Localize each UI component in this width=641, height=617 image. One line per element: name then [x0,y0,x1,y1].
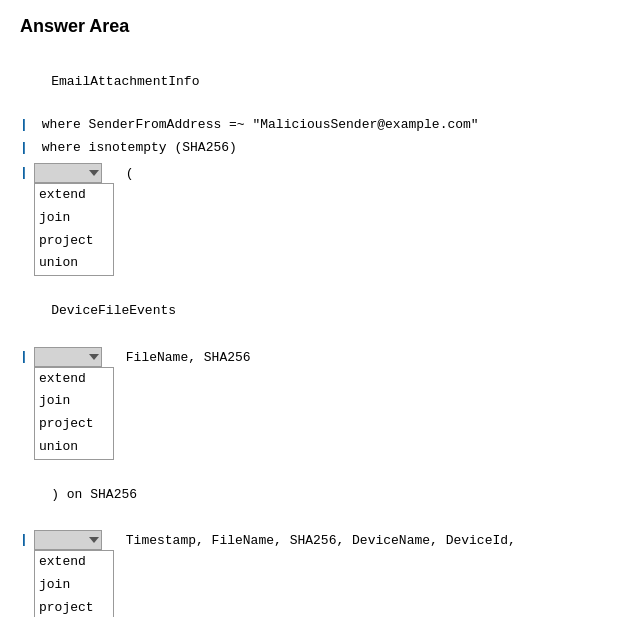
dropdown-2-arrow-icon [89,354,99,360]
dropdown-1-arrow-icon [89,170,99,176]
dropdown-1-option-project[interactable]: project [35,230,113,253]
code-block: EmailAttachmentInfo | where SenderFromAd… [20,51,621,617]
dropdown-2-option-extend[interactable]: extend [35,368,113,391]
pipe-2: | [20,138,28,159]
dropdown-2-option-project[interactable]: project [35,413,113,436]
dropdown-1-option-union[interactable]: union [35,252,113,275]
dropdown-3-option-join[interactable]: join [35,574,113,597]
dropdown-2-option-join[interactable]: join [35,390,113,413]
code-line-on-sha256: ) on SHA256 [20,464,621,526]
dropdown-3-select[interactable] [34,530,102,550]
dropdown-1-container: extend join project union [34,163,114,276]
dropdown-2-option-union[interactable]: union [35,436,113,459]
code-line-where-isnotempty: | where isnotempty (SHA256) [20,138,621,159]
dropdown-3-option-project[interactable]: project [35,597,113,617]
pipe-4: | [20,347,28,368]
after-dropdown-1: ( [118,163,134,185]
dropdown-3-container: extend join project union [34,530,114,617]
code-line-devicefileevents: DeviceFileEvents [20,280,621,342]
dropdown-2-select[interactable] [34,347,102,367]
dropdown-1-select[interactable] [34,163,102,183]
pipe-5: | [20,530,28,551]
dropdown-1-list: extend join project union [34,183,114,276]
after-dropdown-2: FileName, SHA256 [118,347,251,369]
dropdown-group-1: | extend join project union ( [20,163,621,276]
where-isnotempty-text: where isnotempty (SHA256) [34,138,237,159]
dropdown-group-2: | extend join project union FileName, SH… [20,347,621,460]
dropdown-1-option-join[interactable]: join [35,207,113,230]
after-dropdown-3: Timestamp, FileName, SHA256, DeviceName,… [118,530,516,552]
where-sender-text: where SenderFromAddress =~ "MaliciousSen… [34,115,479,136]
dropdown-2-list: extend join project union [34,367,114,460]
dropdown-group-3: | extend join project union Timestamp, F… [20,530,621,617]
pipe-1: | [20,115,28,136]
dropdown-3-arrow-icon [89,537,99,543]
page-title: Answer Area [20,16,621,37]
code-line-emailattachmentinfo: EmailAttachmentInfo [20,51,621,113]
pipe-3: | [20,163,28,184]
dropdown-3-option-extend[interactable]: extend [35,551,113,574]
dropdown-2-container: extend join project union [34,347,114,460]
dropdown-3-list: extend join project union [34,550,114,617]
dropdown-1-option-extend[interactable]: extend [35,184,113,207]
code-line-where-sender: | where SenderFromAddress =~ "MaliciousS… [20,115,621,136]
